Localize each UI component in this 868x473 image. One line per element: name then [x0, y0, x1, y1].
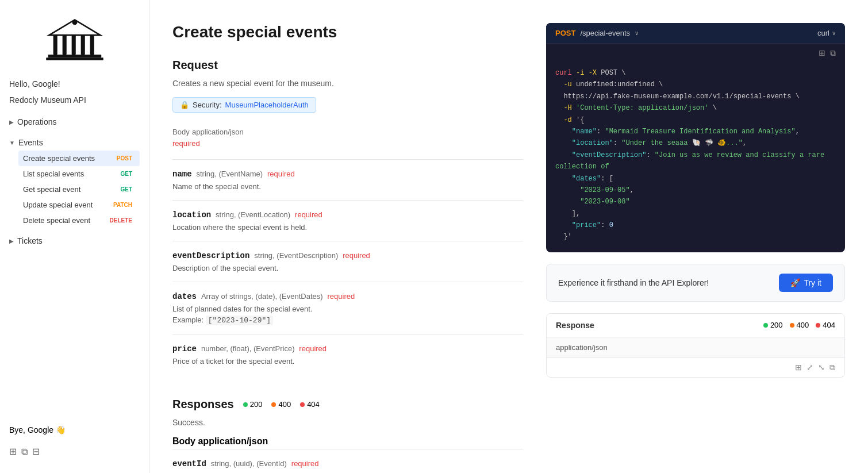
resp-label-404: 404 [823, 321, 835, 329]
security-link[interactable]: MuseumPlaceholderAuth [225, 101, 309, 109]
field-dates-meta: Array of strings, (date), (EventDates) [201, 292, 323, 301]
request-desc: Creates a new special event for the muse… [172, 79, 523, 88]
resp-dot-200 [763, 323, 768, 328]
resp-label-400: 400 [797, 321, 809, 329]
field-location-label: location [172, 210, 211, 220]
logo [0, 0, 149, 75]
method-badge-post: POST [114, 154, 135, 163]
sidebar-section-header-operations[interactable]: ▶ Operations [9, 114, 140, 130]
field-name-meta: string, (EventName) [197, 170, 263, 178]
response-code-400: 400 [271, 400, 291, 409]
response-title: Response [556, 321, 594, 330]
endpoint-chevron: ∨ [635, 30, 639, 36]
sidebar-section-header-events[interactable]: ▼ Events [9, 134, 140, 151]
chevron-right-icon: ▶ [9, 119, 14, 125]
resp-expand2-icon[interactable]: ⤢ [806, 363, 813, 372]
field-eventid-required: required [291, 459, 319, 468]
svg-rect-7 [48, 55, 101, 57]
try-it-text: Experience it firsthand in the API Explo… [558, 278, 709, 287]
method-badge-get-2: GET [117, 185, 135, 194]
sidebar-icon-1[interactable]: ⊞ [9, 446, 17, 457]
expand-icon[interactable]: ⊞ [819, 48, 825, 58]
sidebar-section-events: ▼ Events Create special events POST List… [0, 132, 149, 230]
response-codes: 200 400 404 [763, 321, 835, 329]
sidebar-item-label: Get special event [23, 185, 80, 194]
sidebar-section-operations[interactable]: ▶ Operations [0, 111, 149, 132]
sidebar-icon-2[interactable]: ⧉ [21, 447, 28, 457]
field-location-meta: string, (EventLocation) [216, 210, 290, 219]
resp-label-200: 200 [770, 321, 783, 329]
sidebar-section-tickets[interactable]: ▶ Tickets [0, 230, 149, 251]
right-panel: POST /special-events ∨ curl ∨ ⊞ ⧉ curl -… [546, 23, 845, 378]
code-200: 200 [250, 400, 263, 409]
sidebar-item-delete-special-event[interactable]: Delete special event DELETE [18, 213, 140, 228]
code-panel-icons: ⊞ ⧉ [546, 44, 845, 63]
field-eventdesc-desc: Description of the special event. [172, 264, 523, 272]
field-dates-desc: List of planned dates for the special ev… [172, 305, 523, 313]
sidebar-section-label-tickets: Tickets [17, 236, 43, 245]
lang-selector[interactable]: curl ∨ [817, 29, 836, 37]
content-right: POST /special-events ∨ curl ∨ ⊞ ⧉ curl -… [546, 23, 845, 450]
svg-rect-5 [80, 35, 85, 55]
sidebar-item-update-special-event[interactable]: Update special event PATCH [18, 197, 140, 213]
endpoint-path: /special-events [580, 29, 630, 37]
svg-rect-3 [62, 35, 66, 55]
field-name-desc: Name of the special event. [172, 182, 523, 191]
field-dates: dates Array of strings, (date), (EventDa… [172, 282, 523, 334]
resp-collapse-icon[interactable]: ⤡ [818, 363, 825, 372]
responses-header: Responses 200 400 404 [172, 398, 523, 411]
response-content-type: application/json [547, 337, 844, 357]
resp-dot-404 [816, 323, 820, 328]
body-section: Body application/json required name stri… [172, 126, 523, 375]
sidebar-item-label: Update special event [23, 201, 93, 209]
field-price-required: required [299, 344, 327, 353]
main-content: Create special events Request Creates a … [149, 0, 868, 473]
sidebar-greeting: Hello, Google! [0, 75, 149, 93]
dot-404 [300, 402, 305, 407]
field-eventdesc-required: required [343, 251, 370, 260]
code-panel-header: POST /special-events ∨ curl ∨ [546, 23, 845, 44]
svg-rect-8 [46, 57, 103, 60]
chevron-down-icon: ▼ [9, 140, 15, 146]
try-it-button[interactable]: 🚀 Try it [779, 274, 833, 292]
resp-copy-icon[interactable]: ⧉ [829, 363, 835, 372]
field-dates-example: Example: ["2023-10-29"] [172, 316, 523, 325]
field-name: name string, (EventName) required Name o… [172, 159, 523, 200]
response-panel: Response 200 400 404 [546, 313, 845, 378]
try-it-label: Try it [804, 278, 821, 287]
sidebar-item-list-special-events[interactable]: List special events GET [18, 166, 140, 182]
field-eventid-meta: string, (uuid), (EventId) [211, 459, 287, 468]
sidebar-item-label: List special events [23, 170, 84, 178]
resp-dot-400 [790, 323, 794, 328]
sidebar-events-items: Create special events POST List special … [9, 151, 140, 228]
field-name-label: name [172, 170, 192, 179]
responses-section: Responses 200 400 404 Success. Body appl… [172, 398, 523, 473]
method-badge-patch: PATCH [110, 201, 135, 209]
responses-body-title: Body application/json [172, 436, 523, 447]
field-dates-required: required [327, 292, 355, 301]
request-section-title: Request [172, 59, 523, 72]
field-name-required: required [267, 170, 295, 178]
svg-rect-6 [90, 35, 94, 55]
svg-point-1 [72, 20, 77, 25]
sidebar-item-get-special-event[interactable]: Get special event GET [18, 182, 140, 197]
sidebar-icon-3[interactable]: ⊟ [32, 446, 40, 457]
endpoint-label[interactable]: POST /special-events ∨ [555, 29, 639, 37]
rocket-icon: 🚀 [790, 278, 800, 287]
method-badge-delete: DELETE [107, 216, 135, 225]
sidebar-item-create-special-events[interactable]: Create special events POST [18, 151, 140, 166]
lang-label: curl [817, 29, 829, 37]
dot-400 [271, 402, 276, 407]
field-eventid: eventId string, (uuid), (EventId) requir… [172, 449, 523, 473]
resp-code-200: 200 [763, 321, 783, 329]
shield-icon: 🔒 [180, 101, 189, 109]
resp-expand-icon[interactable]: ⊞ [795, 363, 802, 372]
response-panel-footer: ⊞ ⤢ ⤡ ⧉ [547, 357, 844, 377]
field-price: price number, (float), (EventPrice) requ… [172, 334, 523, 375]
field-location-required: required [295, 210, 322, 219]
copy-icon[interactable]: ⧉ [830, 48, 836, 58]
code-panel: POST /special-events ∨ curl ∨ ⊞ ⧉ curl -… [546, 23, 845, 252]
sidebar-section-header-tickets[interactable]: ▶ Tickets [9, 233, 140, 249]
try-it-row: Experience it firsthand in the API Explo… [546, 264, 845, 302]
field-dates-label: dates [172, 292, 197, 301]
